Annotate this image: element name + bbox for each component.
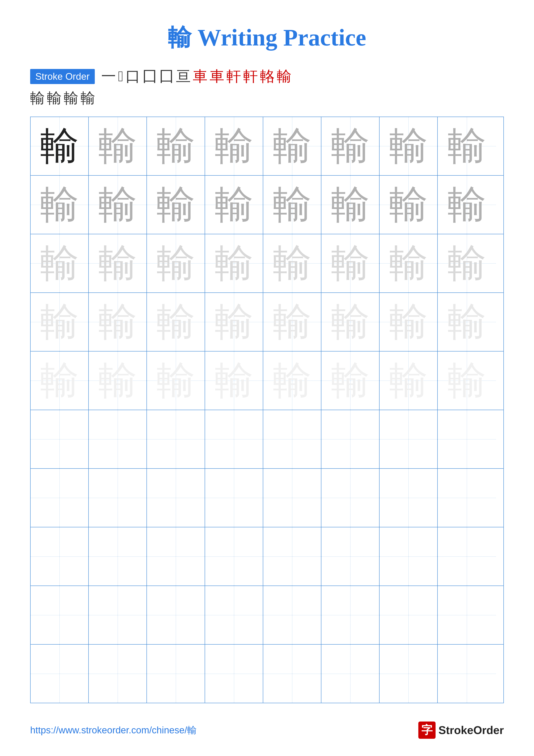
stroke-s9: 軒 (226, 67, 241, 86)
practice-char: 輸 (98, 185, 137, 224)
stroke-chars-row1: 一 𠃌 口 囗 囗 亘 車 車 軒 軒 輅 輸 (101, 67, 292, 86)
grid-cell: 輸 (89, 117, 147, 175)
grid-cell: 輸 (321, 293, 380, 351)
grid-cell: 輸 (205, 234, 263, 292)
grid-cell (31, 410, 89, 468)
grid-cell: 輸 (205, 117, 263, 175)
footer-logo-icon: 字 (418, 721, 436, 739)
grid-cell (89, 469, 147, 527)
grid-cell: 輸 (438, 234, 496, 292)
grid-cell (438, 645, 496, 703)
footer-logo-text: StrokeOrder (439, 724, 504, 737)
practice-char: 輸 (156, 244, 195, 283)
grid-cell (147, 469, 205, 527)
practice-char: 輸 (215, 303, 253, 341)
grid-cell (89, 645, 147, 703)
practice-char: 輸 (331, 244, 369, 283)
grid-row: 輸輸輸輸輸輸輸輸 (31, 293, 503, 351)
grid-cell (380, 527, 438, 585)
grid-cell: 輸 (89, 176, 147, 234)
stroke-s10: 軒 (243, 67, 258, 86)
grid-cell: 輸 (31, 351, 89, 410)
grid-row (31, 645, 503, 703)
practice-char: 輸 (40, 185, 79, 224)
grid-cell: 輸 (31, 234, 89, 292)
title-text: Writing Practice (191, 24, 366, 51)
practice-char: 輸 (156, 127, 195, 166)
grid-cell (438, 586, 496, 644)
stroke-order-section: Stroke Order 一 𠃌 口 囗 囗 亘 車 車 軒 軒 輅 輸 輸 輸… (30, 67, 504, 108)
grid-cell (147, 527, 205, 585)
grid-row (31, 469, 503, 527)
grid-cell: 輸 (263, 234, 321, 292)
grid-cell (205, 645, 263, 703)
practice-char: 輸 (98, 127, 137, 166)
practice-char: 輸 (40, 303, 79, 341)
grid-cell: 輸 (89, 351, 147, 410)
stroke-r2-s4: 輸 (81, 88, 95, 108)
practice-grid: 輸輸輸輸輸輸輸輸輸輸輸輸輸輸輸輸輸輸輸輸輸輸輸輸輸輸輸輸輸輸輸輸輸輸輸輸輸輸輸輸 (30, 117, 504, 703)
practice-char: 輸 (40, 244, 79, 283)
grid-cell: 輸 (380, 234, 438, 292)
grid-cell: 輸 (380, 351, 438, 410)
stroke-chars-row2: 輸 輸 輸 輸 (30, 88, 504, 108)
practice-char: 輸 (447, 244, 486, 283)
practice-char: 輸 (98, 303, 137, 341)
practice-char: 輸 (215, 127, 253, 166)
grid-cell (263, 469, 321, 527)
grid-cell (147, 586, 205, 644)
stroke-s4: 囗 (142, 67, 157, 86)
grid-cell: 輸 (263, 176, 321, 234)
grid-cell (321, 645, 380, 703)
practice-char: 輸 (273, 303, 312, 341)
grid-cell (31, 469, 89, 527)
grid-cell (438, 410, 496, 468)
grid-cell (147, 410, 205, 468)
grid-cell (438, 469, 496, 527)
practice-char: 輸 (273, 185, 312, 224)
grid-row: 輸輸輸輸輸輸輸輸 (31, 176, 503, 234)
grid-cell (321, 469, 380, 527)
grid-cell (89, 410, 147, 468)
stroke-s7: 車 (193, 67, 207, 86)
practice-char: 輸 (447, 185, 486, 224)
grid-cell (380, 469, 438, 527)
practice-char: 輸 (389, 185, 428, 224)
practice-char: 輸 (98, 244, 137, 283)
stroke-s3: 口 (126, 67, 140, 86)
grid-cell: 輸 (380, 117, 438, 175)
practice-char: 輸 (215, 361, 253, 400)
grid-cell: 輸 (321, 117, 380, 175)
grid-cell: 輸 (147, 117, 205, 175)
grid-cell (321, 410, 380, 468)
grid-row (31, 410, 503, 469)
practice-char: 輸 (40, 361, 79, 400)
grid-cell (321, 527, 380, 585)
grid-cell: 輸 (438, 117, 496, 175)
practice-char: 輸 (273, 244, 312, 283)
grid-cell (89, 586, 147, 644)
stroke-order-badge: Stroke Order (30, 69, 95, 84)
grid-cell (31, 586, 89, 644)
practice-char: 輸 (331, 185, 369, 224)
grid-cell: 輸 (147, 351, 205, 410)
grid-cell: 輸 (205, 351, 263, 410)
stroke-r2-s2: 輸 (47, 88, 62, 108)
practice-char: 輸 (389, 303, 428, 341)
grid-cell (263, 586, 321, 644)
grid-cell: 輸 (321, 234, 380, 292)
stroke-r2-s3: 輸 (64, 88, 78, 108)
grid-row (31, 527, 503, 586)
practice-char: 輸 (331, 303, 369, 341)
page-title: 輸 Writing Practice (0, 0, 534, 54)
grid-cell: 輸 (205, 176, 263, 234)
grid-cell: 輸 (31, 176, 89, 234)
grid-cell: 輸 (380, 293, 438, 351)
title-char: 輸 (168, 24, 191, 51)
grid-cell: 輸 (205, 293, 263, 351)
practice-char: 輸 (389, 361, 428, 400)
grid-cell: 輸 (438, 176, 496, 234)
practice-char: 輸 (40, 127, 79, 166)
grid-cell (89, 527, 147, 585)
grid-row (31, 586, 503, 645)
